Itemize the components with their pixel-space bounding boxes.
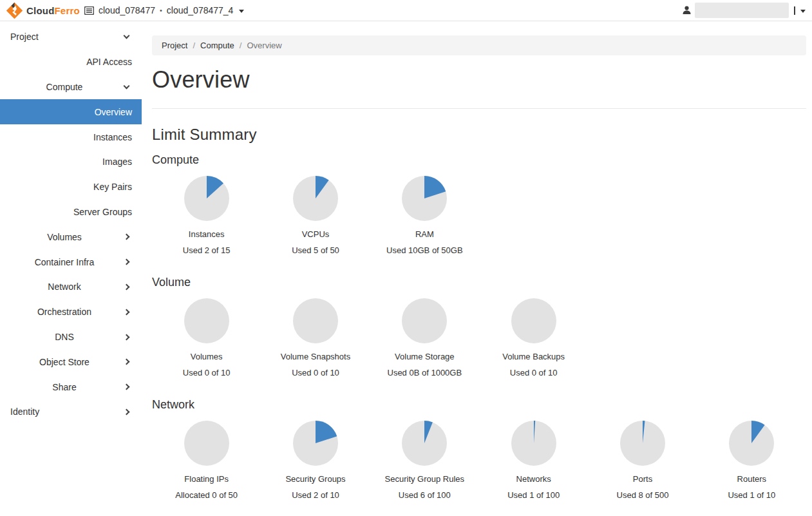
sidebar-item-label: Share bbox=[52, 382, 76, 392]
limit-chart-security-group-rules: Security Group Rules Used 6 of 100 bbox=[370, 421, 479, 511]
sidebar-item-server-groups[interactable]: Server Groups bbox=[0, 200, 142, 225]
cloudferro-logo[interactable]: CloudFerro bbox=[0, 2, 80, 19]
limit-chart-instances: Instances Used 2 of 15 bbox=[152, 176, 261, 266]
sidebar-item-label: Project bbox=[10, 32, 39, 42]
chevron-right-icon bbox=[124, 309, 130, 315]
chart-label: VCPUs bbox=[302, 229, 330, 239]
pie-chart-volume-storage bbox=[402, 298, 447, 343]
chart-label: Routers bbox=[737, 474, 767, 484]
chart-label: Volume Backups bbox=[502, 352, 565, 361]
chart-caption: Used 0 of 10 bbox=[183, 368, 231, 377]
sidebar-item-overview[interactable]: Overview bbox=[0, 99, 142, 124]
breadcrumb-project[interactable]: Project bbox=[162, 41, 187, 50]
chart-caption: Allocated 0 of 50 bbox=[175, 490, 238, 500]
sidebar-item-label: Network bbox=[48, 282, 80, 292]
limit-chart-volume-snapshots: Volume Snapshots Used 0 of 10 bbox=[261, 298, 370, 388]
sidebar-item-images[interactable]: Images bbox=[0, 149, 142, 175]
pie-chart-ram bbox=[402, 176, 447, 221]
limit-chart-vcpus: VCPUs Used 5 of 50 bbox=[261, 176, 370, 266]
sidebar-item-identity[interactable]: Identity bbox=[0, 399, 142, 425]
pie-chart-instances bbox=[184, 176, 229, 221]
sidebar-item-container-infra[interactable]: Container Infra bbox=[0, 249, 142, 274]
sidebar-item-volumes[interactable]: Volumes bbox=[0, 224, 142, 249]
sidebar-item-project[interactable]: Project bbox=[0, 24, 142, 50]
limit-chart-floating-ips: Floating IPs Allocated 0 of 50 bbox=[152, 421, 261, 511]
chart-caption: Used 1 of 100 bbox=[507, 490, 560, 500]
pie-chart-security-groups bbox=[293, 421, 338, 466]
pie-chart-vcpus bbox=[293, 176, 338, 221]
breadcrumb-current: Overview bbox=[247, 41, 281, 50]
chart-label: Instances bbox=[189, 229, 225, 239]
context-caret-icon bbox=[239, 10, 244, 13]
chart-label: Security Group Rules bbox=[385, 474, 465, 484]
pie-chart-networks bbox=[511, 421, 556, 466]
chart-caption: Used 0 of 10 bbox=[292, 368, 339, 377]
chevron-right-icon bbox=[124, 284, 130, 291]
sidebar-item-label: Object Store bbox=[39, 357, 90, 367]
chart-caption: Used 6 of 100 bbox=[399, 490, 451, 500]
pie-chart-routers bbox=[729, 421, 774, 466]
main-content: Project / Compute / Overview Overview Li… bbox=[142, 21, 812, 516]
chart-caption: Used 2 of 10 bbox=[292, 490, 339, 500]
compute-charts-row: Instances Used 2 of 15 VCPUs Used 5 of 5… bbox=[152, 176, 806, 266]
sidebar-item-label: Instances bbox=[93, 132, 132, 142]
chevron-down-icon bbox=[124, 82, 130, 89]
sidebar-item-label: API Access bbox=[86, 57, 132, 67]
chart-label: Volumes bbox=[191, 352, 223, 361]
chevron-right-icon bbox=[124, 334, 130, 340]
breadcrumb: Project / Compute / Overview bbox=[152, 35, 806, 55]
page-title: Overview bbox=[152, 66, 806, 93]
chart-caption: Used 0 of 10 bbox=[510, 368, 558, 377]
sidebar-item-label: Volumes bbox=[47, 232, 82, 242]
chevron-right-icon bbox=[124, 359, 130, 365]
chart-label: Networks bbox=[516, 474, 551, 484]
chart-caption: Used 10GB of 50GB bbox=[386, 245, 463, 255]
network-group-heading: Network bbox=[152, 398, 806, 412]
sidebar-item-label: Orchestration bbox=[37, 307, 91, 317]
limit-chart-routers: Routers Used 1 of 10 bbox=[697, 421, 806, 511]
chart-label: RAM bbox=[415, 229, 434, 239]
title-divider bbox=[152, 108, 806, 109]
sidebar-item-share[interactable]: Share bbox=[0, 374, 142, 399]
chart-caption: Used 2 of 15 bbox=[183, 245, 231, 255]
chart-label: Ports bbox=[633, 474, 652, 484]
sidebar-item-orchestration[interactable]: Orchestration bbox=[0, 300, 142, 325]
user-menu[interactable] bbox=[683, 3, 812, 18]
cloudferro-diamond-icon bbox=[6, 2, 23, 19]
sidebar-item-api-access[interactable]: API Access bbox=[0, 50, 142, 75]
sidebar-item-label: Key Pairs bbox=[93, 182, 132, 192]
limit-chart-ram: RAM Used 10GB of 50GB bbox=[370, 176, 479, 266]
chart-label: Security Groups bbox=[285, 474, 345, 484]
chart-caption: Used 0B of 1000GB bbox=[388, 368, 462, 377]
chart-label: Volume Snapshots bbox=[281, 352, 350, 361]
limit-chart-security-groups: Security Groups Used 2 of 10 bbox=[261, 421, 370, 511]
context-separator: • bbox=[160, 6, 162, 14]
sidebar-item-dns[interactable]: DNS bbox=[0, 325, 142, 350]
sidebar-item-label: Overview bbox=[95, 107, 132, 117]
sidebar-item-instances[interactable]: Instances bbox=[0, 124, 142, 149]
sidebar-item-label: Images bbox=[102, 157, 132, 167]
sidebar-item-network[interactable]: Network bbox=[0, 274, 142, 300]
pie-chart-volumes bbox=[184, 298, 229, 343]
top-bar: CloudFerro cloud_078477 • cloud_078477_4 bbox=[0, 0, 812, 21]
project-context-switcher[interactable]: cloud_078477 • cloud_078477_4 bbox=[84, 5, 244, 15]
sidebar-item-label: Container Infra bbox=[35, 257, 95, 267]
sidebar-item-compute[interactable]: Compute bbox=[0, 75, 142, 100]
context-domain: cloud_078477 bbox=[99, 5, 155, 15]
pie-chart-ports bbox=[620, 421, 665, 466]
limit-chart-ports: Ports Used 8 of 500 bbox=[588, 421, 697, 511]
chevron-right-icon bbox=[124, 409, 130, 416]
volume-group-heading: Volume bbox=[152, 276, 806, 289]
list-icon bbox=[84, 6, 94, 15]
limit-chart-networks: Networks Used 1 of 100 bbox=[479, 421, 588, 511]
compute-group-heading: Compute bbox=[152, 153, 806, 167]
sidebar-item-key-pairs[interactable]: Key Pairs bbox=[0, 175, 142, 200]
chart-caption: Used 1 of 10 bbox=[728, 490, 775, 500]
chart-caption: Used 8 of 500 bbox=[617, 490, 669, 500]
breadcrumb-compute[interactable]: Compute bbox=[200, 41, 234, 50]
chart-label: Floating IPs bbox=[184, 474, 229, 484]
limit-chart-volume-backups: Volume Backups Used 0 of 10 bbox=[479, 298, 588, 388]
sidebar-item-object-store[interactable]: Object Store bbox=[0, 349, 142, 374]
username-remnant bbox=[794, 6, 795, 15]
sidebar-nav: Project API Access Compute Overview Inst… bbox=[0, 21, 142, 516]
